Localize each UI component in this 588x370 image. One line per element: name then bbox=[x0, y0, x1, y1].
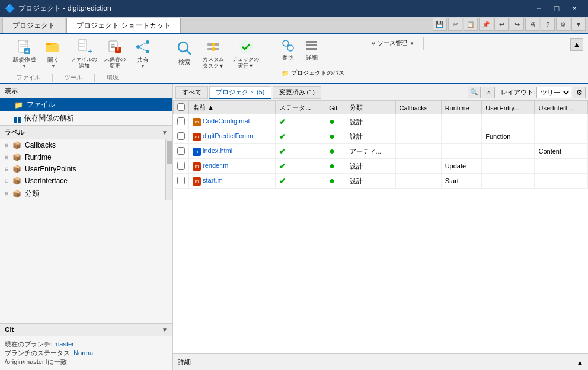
minimize-button[interactable]: － bbox=[530, 0, 548, 17]
label-item-callbacks[interactable]: ⊞ 📦 Callbacks bbox=[0, 139, 172, 151]
custom-task-button[interactable]: カスタムタスク▼ bbox=[200, 37, 227, 70]
add-file-button[interactable]: + ファイルの追加 bbox=[68, 37, 100, 70]
col-checkbox bbox=[174, 101, 189, 114]
expand-icon: ⊞ bbox=[5, 167, 9, 172]
check-run-button[interactable]: チェックの実行▼ bbox=[229, 37, 262, 70]
cell-runtime bbox=[441, 114, 482, 129]
copy-icon-btn[interactable]: 📋 bbox=[464, 18, 478, 31]
ref-label: 参照 bbox=[282, 54, 294, 61]
label-item-runtime[interactable]: ⊞ 📦 Runtime bbox=[0, 151, 172, 163]
ref-button[interactable]: 参照 bbox=[277, 37, 299, 63]
tab-project[interactable]: プロジェクト bbox=[2, 18, 65, 33]
pkg-icon: 📦 bbox=[12, 165, 21, 173]
unsaved-button[interactable]: ≡! 未保存の変更 bbox=[101, 37, 129, 70]
col-git[interactable]: Git bbox=[325, 101, 346, 114]
files-label: ファイル bbox=[27, 100, 55, 110]
label-item-userentrypoints[interactable]: ⊞ 📦 UserEntryPoints bbox=[0, 163, 172, 175]
share-button[interactable]: 共有 ▼ bbox=[130, 37, 156, 70]
search-button[interactable]: 検索 bbox=[171, 37, 197, 70]
toolbar-file-section: + 新規作成 ▼ 開く ▼ + ファイルの追加 ≡! 未保存の変更 bbox=[5, 37, 161, 70]
row-checkbox[interactable] bbox=[177, 177, 185, 184]
filter-icon-btn[interactable]: ⊿ bbox=[482, 87, 495, 98]
tab-shortcut[interactable]: プロジェクト ショートカット bbox=[66, 18, 181, 33]
cell-userinterface bbox=[535, 159, 588, 174]
col-category[interactable]: 分類 bbox=[346, 101, 395, 114]
sidebar-item-dependency[interactable]: 依存関係の解析 bbox=[0, 111, 172, 125]
col-runtime[interactable]: Runtime bbox=[441, 101, 482, 114]
label-section-header[interactable]: ラベル ▼ bbox=[0, 125, 172, 139]
table-header-row: 名前 ▲ ステータ... Git 分類 Callbacks Runtime Us… bbox=[174, 101, 588, 114]
paste-icon-btn[interactable]: 📌 bbox=[479, 18, 493, 31]
search-icon bbox=[175, 39, 194, 58]
filter-tab-project[interactable]: プロジェクト (5) bbox=[209, 86, 271, 99]
label-item-category[interactable]: ⊞ 📦 分類 bbox=[0, 187, 172, 200]
gear-button[interactable]: ⚙ bbox=[573, 87, 586, 98]
custom-task-label: カスタムタスク▼ bbox=[203, 56, 224, 69]
close-button[interactable]: × bbox=[565, 0, 583, 17]
unsaved-label: 未保存の変更 bbox=[104, 56, 126, 69]
details-bar: 詳細 ▲ bbox=[173, 353, 588, 370]
collapse-toolbar-button[interactable]: ▲ bbox=[570, 38, 583, 51]
table-row[interactable]: h index.html ✔ ● アーティ... Content bbox=[174, 144, 588, 159]
cut-icon-btn[interactable]: ✂ bbox=[448, 18, 462, 31]
row-checkbox[interactable] bbox=[177, 117, 185, 125]
label-scrollbar[interactable] bbox=[165, 139, 172, 200]
redo-icon-btn[interactable]: ↪ bbox=[510, 18, 524, 31]
cell-callbacks bbox=[395, 144, 441, 159]
details-collapse-icon[interactable]: ▲ bbox=[577, 359, 583, 366]
folder-icon: 📁 bbox=[14, 101, 23, 109]
git-section-header[interactable]: Git ▼ bbox=[0, 323, 172, 336]
col-callbacks[interactable]: Callbacks bbox=[395, 101, 441, 114]
col-userentry[interactable]: UserEntry... bbox=[482, 101, 535, 114]
label-item-userinterface[interactable]: ⊞ 📦 UserInterface bbox=[0, 175, 172, 187]
cell-category: 設計 bbox=[346, 159, 395, 174]
help-icon-btn[interactable]: ? bbox=[541, 18, 555, 31]
cell-name: m start.m bbox=[189, 174, 276, 189]
cell-runtime: Update bbox=[441, 159, 482, 174]
col-userinterface[interactable]: UserInterf... bbox=[535, 101, 588, 114]
print-icon-btn[interactable]: 🖨 bbox=[525, 18, 539, 31]
cell-status: ✔ bbox=[276, 114, 325, 129]
source-control-button[interactable]: ⑂ ソース管理 ▼ bbox=[368, 37, 418, 50]
new-button[interactable]: + 新規作成 ▼ bbox=[9, 37, 39, 70]
col-name[interactable]: 名前 ▲ bbox=[189, 101, 276, 114]
row-checkbox[interactable] bbox=[177, 147, 185, 155]
table-row[interactable]: m CodeConfig.mat ✔ ● 設計 bbox=[174, 114, 588, 129]
table-row[interactable]: m render.m ✔ ● 設計 Update bbox=[174, 159, 588, 174]
col-status[interactable]: ステータ... bbox=[276, 101, 325, 114]
layout-label: レイアウト: bbox=[501, 88, 535, 97]
sidebar: 表示 📁 ファイル 依存関係の解析 ラベル ▼ ⊞ 📦 Callbacks bbox=[0, 84, 173, 370]
undo-icon-btn[interactable]: ↩ bbox=[494, 18, 509, 31]
sidebar-item-files[interactable]: 📁 ファイル bbox=[0, 98, 172, 111]
layout-select[interactable]: ツリー bbox=[536, 87, 571, 98]
label-scroll-area: ⊞ 📦 Callbacks ⊞ 📦 Runtime ⊞ 📦 UserEntryP… bbox=[0, 139, 172, 323]
cell-callbacks bbox=[395, 174, 441, 189]
table-row[interactable]: m start.m ✔ ● 設計 Start bbox=[174, 174, 588, 189]
row-checkbox[interactable] bbox=[177, 132, 185, 140]
divider-1 bbox=[164, 37, 164, 66]
project-path-button[interactable]: 📁 プロジェクトのパス bbox=[277, 66, 352, 79]
detail-icon bbox=[305, 39, 319, 53]
row-checkbox[interactable] bbox=[177, 162, 185, 170]
filter-tab-all[interactable]: すべて bbox=[175, 86, 208, 99]
cell-status: ✔ bbox=[276, 174, 325, 189]
search-icon-btn[interactable]: 🔍 bbox=[468, 87, 481, 98]
filter-tab-changed[interactable]: 変更済み (1) bbox=[273, 86, 322, 99]
cell-userinterface bbox=[535, 174, 588, 189]
details-label: 詳細 bbox=[178, 358, 191, 366]
pkg-icon: 📦 bbox=[12, 153, 21, 161]
select-all-checkbox[interactable] bbox=[177, 103, 185, 111]
svg-point-27 bbox=[212, 43, 215, 46]
git-section-wrapper: Git ▼ 現在のブランチ: master ブランチのステータス: Normal… bbox=[0, 323, 172, 370]
svg-text:+: + bbox=[88, 47, 92, 55]
menu-icon-btn[interactable]: ▼ bbox=[571, 18, 586, 31]
svg-line-24 bbox=[187, 50, 191, 55]
git-section-title: Git bbox=[5, 326, 162, 333]
save-icon-btn[interactable]: 💾 bbox=[433, 18, 447, 31]
open-button[interactable]: 開く ▼ bbox=[40, 37, 66, 70]
table-row[interactable]: m digitPredictFcn.m ✔ ● 設計 Function bbox=[174, 129, 588, 144]
maximize-button[interactable]: □ bbox=[548, 0, 565, 17]
detail-button[interactable]: 詳細 bbox=[301, 37, 322, 63]
settings-icon-btn[interactable]: ⚙ bbox=[556, 18, 570, 31]
cell-checkbox bbox=[174, 144, 189, 159]
